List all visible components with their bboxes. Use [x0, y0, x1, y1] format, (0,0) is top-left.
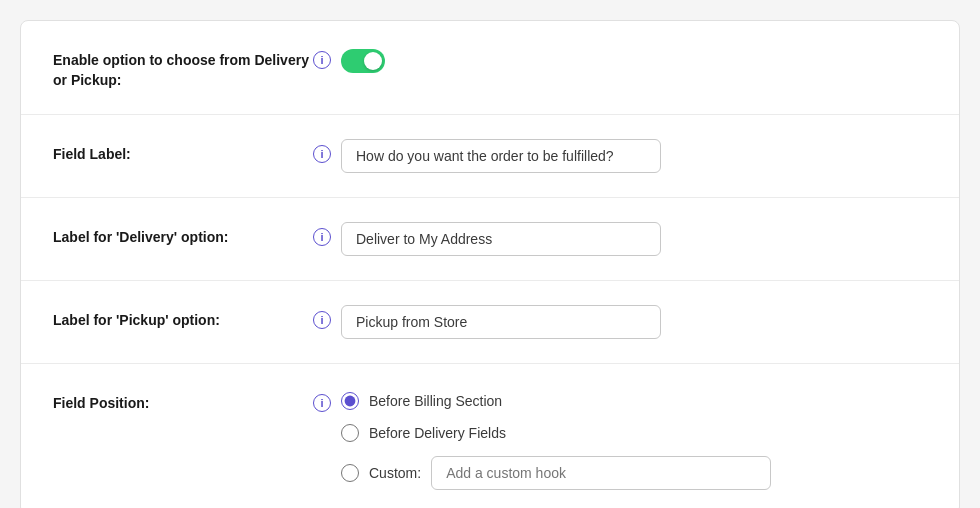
field-label-label: Field Label: [53, 139, 313, 165]
delivery-info-icon[interactable]: i [313, 228, 331, 246]
enable-toggle[interactable] [341, 49, 385, 73]
custom-hook-input[interactable] [431, 456, 771, 490]
settings-card: Enable option to choose from Delivery or… [20, 20, 960, 508]
field-position-label: Field Position: [53, 388, 313, 414]
radio-item-before-delivery: Before Delivery Fields [341, 424, 771, 442]
delivery-label-label: Label for 'Delivery' option: [53, 222, 313, 248]
delivery-label-row: Label for 'Delivery' option: i [21, 198, 959, 281]
enable-row: Enable option to choose from Delivery or… [21, 21, 959, 115]
field-label-info-icon[interactable]: i [313, 145, 331, 163]
pickup-info-icon[interactable]: i [313, 311, 331, 329]
enable-label: Enable option to choose from Delivery or… [53, 45, 313, 90]
radio-custom-label[interactable]: Custom: [369, 465, 421, 481]
radio-item-custom: Custom: [341, 456, 771, 490]
radio-before-delivery[interactable] [341, 424, 359, 442]
field-label-control: i [313, 139, 927, 173]
toggle-slider [341, 49, 385, 73]
position-info-icon[interactable]: i [313, 394, 331, 412]
pickup-label-row: Label for 'Pickup' option: i [21, 281, 959, 364]
enable-control: i [313, 45, 927, 73]
radio-before-delivery-label[interactable]: Before Delivery Fields [369, 425, 506, 441]
pickup-label-label: Label for 'Pickup' option: [53, 305, 313, 331]
radio-group: Before Billing Section Before Delivery F… [341, 388, 771, 490]
field-position-control: i Before Billing Section Before Delivery… [313, 388, 927, 490]
toggle-wrapper [341, 45, 385, 73]
delivery-label-control: i [313, 222, 927, 256]
radio-before-billing[interactable] [341, 392, 359, 410]
enable-info-icon[interactable]: i [313, 51, 331, 69]
radio-custom[interactable] [341, 464, 359, 482]
radio-before-billing-label[interactable]: Before Billing Section [369, 393, 502, 409]
field-position-row: Field Position: i Before Billing Section… [21, 364, 959, 508]
field-label-row: Field Label: i [21, 115, 959, 198]
pickup-label-control: i [313, 305, 927, 339]
field-label-input[interactable] [341, 139, 661, 173]
radio-item-before-billing: Before Billing Section [341, 392, 771, 410]
pickup-label-input[interactable] [341, 305, 661, 339]
delivery-label-input[interactable] [341, 222, 661, 256]
